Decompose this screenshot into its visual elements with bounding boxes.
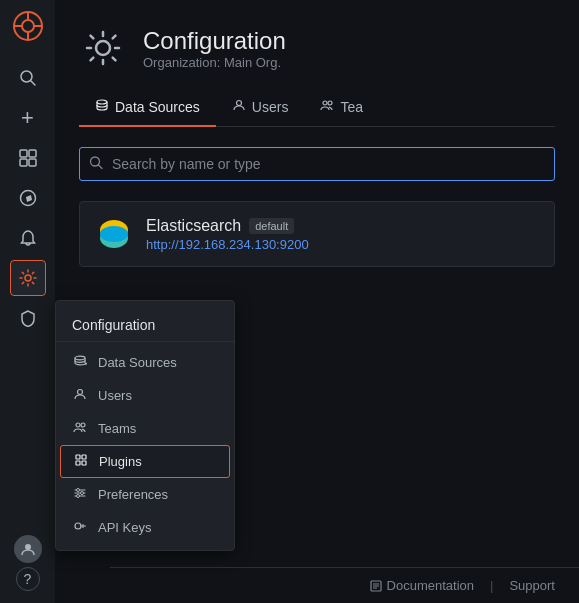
footer-support-text: Support <box>509 578 555 593</box>
page-header: Configuration Organization: Main Org. <box>79 24 555 72</box>
svg-rect-34 <box>76 455 80 459</box>
search-input[interactable] <box>79 147 555 181</box>
tab-users[interactable]: Users <box>216 88 305 127</box>
teams-tab-icon <box>320 98 334 115</box>
page-title-block: Configuration Organization: Main Org. <box>143 27 286 70</box>
users-menu-icon <box>72 387 88 404</box>
search-icon <box>89 156 103 173</box>
svg-point-42 <box>81 492 84 495</box>
sidebar-item-dashboards[interactable] <box>10 140 46 176</box>
menu-item-preferences-label: Preferences <box>98 487 168 502</box>
datasources-tab-icon <box>95 98 109 115</box>
datasources-menu-icon <box>72 354 88 371</box>
svg-point-32 <box>76 423 80 427</box>
svg-point-15 <box>25 544 31 550</box>
menu-item-users[interactable]: Users <box>56 379 234 412</box>
menu-item-apikeys-label: API Keys <box>98 520 151 535</box>
page-title: Configuration <box>143 27 286 55</box>
svg-point-18 <box>236 101 241 106</box>
tab-datasources[interactable]: Data Sources <box>79 88 216 127</box>
svg-rect-8 <box>20 150 27 157</box>
tab-teams[interactable]: Tea <box>304 88 379 127</box>
tab-datasources-label: Data Sources <box>115 99 200 115</box>
plugins-menu-icon <box>73 453 89 470</box>
sidebar-item-help[interactable]: ? <box>16 567 40 591</box>
svg-point-14 <box>25 275 31 281</box>
default-badge: default <box>249 218 294 234</box>
tab-users-label: Users <box>252 99 289 115</box>
sidebar-item-search[interactable] <box>10 60 46 96</box>
svg-point-20 <box>328 101 332 105</box>
svg-point-17 <box>97 100 107 104</box>
svg-point-43 <box>77 495 80 498</box>
svg-point-25 <box>100 226 128 242</box>
svg-rect-9 <box>29 150 36 157</box>
grafana-logo[interactable] <box>10 8 46 44</box>
tabs-bar: Data Sources Users Tea <box>79 88 555 127</box>
footer: Documentation | Support <box>110 567 579 603</box>
menu-title: Configuration <box>56 307 234 342</box>
svg-rect-10 <box>20 159 27 166</box>
svg-point-30 <box>75 356 85 360</box>
sidebar: + <box>0 0 55 603</box>
svg-rect-36 <box>76 461 80 465</box>
menu-item-teams[interactable]: Teams <box>56 412 234 445</box>
preferences-menu-icon <box>72 486 88 503</box>
menu-item-datasources[interactable]: Data Sources <box>56 346 234 379</box>
footer-documentation-text: Documentation <box>387 578 474 593</box>
footer-documentation-link[interactable]: Documentation <box>370 578 474 593</box>
tab-teams-label: Tea <box>340 99 363 115</box>
menu-item-apikeys[interactable]: API Keys <box>56 511 234 544</box>
svg-point-19 <box>323 101 327 105</box>
page-subtitle: Organization: Main Org. <box>143 55 286 70</box>
configuration-icon <box>79 24 127 72</box>
menu-item-preferences[interactable]: Preferences <box>56 478 234 511</box>
menu-item-plugins[interactable]: Plugins <box>60 445 230 478</box>
footer-support-link[interactable]: Support <box>509 578 555 593</box>
sidebar-item-alerts[interactable] <box>10 220 46 256</box>
sidebar-item-explore[interactable] <box>10 180 46 216</box>
sidebar-item-configuration[interactable] <box>10 260 46 296</box>
datasource-url: http://192.168.234.130:9200 <box>146 237 309 252</box>
datasource-info: Elasticsearch default http://192.168.234… <box>146 217 309 252</box>
svg-point-1 <box>22 20 34 32</box>
menu-item-teams-label: Teams <box>98 421 136 436</box>
datasource-name: Elasticsearch default <box>146 217 309 235</box>
svg-rect-11 <box>29 159 36 166</box>
sidebar-item-add[interactable]: + <box>10 100 46 136</box>
user-avatar[interactable] <box>14 535 42 563</box>
svg-line-7 <box>30 81 35 86</box>
teams-menu-icon <box>72 420 88 437</box>
svg-point-16 <box>96 41 110 55</box>
svg-marker-13 <box>26 195 32 202</box>
context-menu: Configuration Data Sources Users <box>55 300 235 551</box>
svg-point-41 <box>77 489 80 492</box>
menu-item-users-label: Users <box>98 388 132 403</box>
svg-point-31 <box>78 390 83 395</box>
search-container <box>79 147 555 181</box>
svg-rect-37 <box>82 461 86 465</box>
svg-rect-35 <box>82 455 86 459</box>
menu-item-datasources-label: Data Sources <box>98 355 177 370</box>
svg-line-22 <box>99 165 103 169</box>
sidebar-item-shield[interactable] <box>10 300 46 336</box>
svg-point-33 <box>81 423 85 427</box>
apikeys-menu-icon <box>72 519 88 536</box>
datasource-item[interactable]: Elasticsearch default http://192.168.234… <box>79 201 555 267</box>
menu-item-plugins-label: Plugins <box>99 454 142 469</box>
users-tab-icon <box>232 98 246 115</box>
elasticsearch-logo <box>96 216 132 252</box>
